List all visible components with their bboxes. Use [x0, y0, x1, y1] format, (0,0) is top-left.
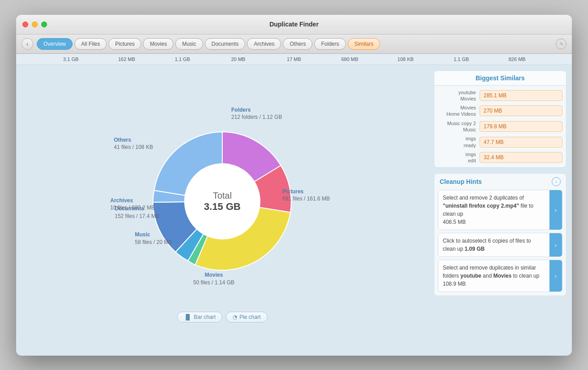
rss-button[interactable]: ∿ — [556, 39, 566, 49]
size-movies: 1.1 GB — [155, 57, 210, 62]
close-button[interactable] — [22, 22, 28, 27]
maximize-button[interactable] — [41, 22, 47, 27]
titlebar: Duplicate Finder — [16, 15, 572, 35]
tab-others[interactable]: Others — [283, 38, 312, 50]
traffic-lights — [22, 22, 47, 27]
label-pictures: Pictures 691 files / 161.6 MB — [282, 188, 330, 203]
bar-chart-icon: ▐▌ — [184, 314, 191, 320]
similar-bar-4[interactable]: 32.4 MB — [480, 152, 562, 163]
list-item: Movies Home Videos 270 MB — [438, 104, 562, 118]
hint-text-2: Select and remove duplicates in similar … — [438, 260, 549, 292]
size-music: 20 MB — [210, 57, 266, 62]
chart-buttons: ▐▌ Bar chart ◔ Pie chart — [177, 312, 267, 322]
size-similars: 826 MB — [489, 57, 545, 62]
list-item: imgs ready 47.7 MB — [438, 135, 562, 148]
tab-pictures[interactable]: Pictures — [108, 38, 141, 50]
tab-movies[interactable]: Movies — [143, 38, 173, 50]
hint-text-1: Click to autoselect 6 copies of files to… — [438, 233, 549, 257]
window-title: Duplicate Finder — [269, 21, 319, 28]
size-all-files: 3.1 GB — [43, 57, 99, 62]
similar-bar-2[interactable]: 179.8 MB — [480, 121, 562, 132]
hint-arrow-2[interactable]: › — [549, 260, 562, 292]
hint-text-0: Select and remove 2 duplicates of "unins… — [438, 190, 549, 230]
label-music: Music 58 files / 20 MB — [135, 231, 172, 246]
list-item: imgs edit 32.4 MB — [438, 151, 562, 164]
similar-label-1: Movies Home Videos — [438, 104, 476, 118]
list-item: Music copy 2 Music 179.8 MB — [438, 120, 562, 133]
pie-chart-button[interactable]: ◔ Pie chart — [226, 312, 267, 322]
similar-bar-3[interactable]: 47.7 MB — [480, 137, 562, 148]
toolbar: ‹ Overview All Files Pictures Movies Mus… — [16, 35, 572, 54]
main-content: Total 3.15 GB Folders 212 folders / 1.12… — [16, 65, 572, 356]
chart-area: Total 3.15 GB Folders 212 folders / 1.12… — [16, 65, 428, 356]
app-window: Duplicate Finder ‹ Overview All Files Pi… — [16, 15, 572, 356]
minimize-button[interactable] — [32, 22, 38, 27]
list-item: youtube Movies 285.1 MB — [438, 89, 562, 102]
tab-folders[interactable]: Folders — [314, 38, 346, 50]
similars-list: youtube Movies 285.1 MB Movies Home Vide… — [434, 86, 566, 168]
size-archives: 680 MB — [322, 57, 377, 62]
similar-bar-1[interactable]: 270 MB — [480, 105, 562, 116]
tab-similars[interactable]: Similars — [348, 38, 380, 50]
similar-label-0: youtube Movies — [438, 89, 476, 102]
label-others: Others 41 files / 108 KB — [114, 136, 153, 152]
cleanup-title: Cleanup Hints — [440, 178, 482, 185]
hint-arrow-0[interactable]: › — [549, 190, 562, 230]
hint-arrow-1[interactable]: › — [549, 233, 562, 257]
list-item: Select and remove 2 duplicates of "unins… — [438, 190, 562, 230]
right-panel: Biggest Similars youtube Movies 285.1 MB — [428, 65, 572, 356]
tab-overview[interactable]: Overview — [37, 38, 73, 50]
list-item: Select and remove duplicates in similar … — [438, 260, 562, 292]
cleanup-hints-header: Cleanup Hints › — [434, 174, 566, 190]
cleanup-hints-card: Cleanup Hints › Select and remove 2 dupl… — [434, 173, 566, 296]
size-folders: 1.1 GB — [433, 57, 489, 62]
sizes-row: 3.1 GB 162 MB 1.1 GB 20 MB 17 MB 680 MB … — [16, 54, 572, 65]
similar-bar-0[interactable]: 285.1 MB — [480, 90, 562, 101]
biggest-similars-title: Biggest Similars — [434, 71, 566, 86]
back-button[interactable]: ‹ — [22, 38, 33, 50]
label-movies: Movies 50 files / 1.14 GB — [193, 271, 234, 287]
label-archives: Archives 10 files / 680.2 MB — [110, 197, 155, 212]
back-icon: ‹ — [26, 40, 29, 48]
bar-chart-button[interactable]: ▐▌ Bar chart — [177, 312, 222, 322]
rss-icon: ∿ — [559, 41, 563, 47]
tab-music[interactable]: Music — [175, 38, 203, 50]
label-folders: Folders 212 folders / 1.12 GB — [231, 106, 282, 122]
size-others: 108 KB — [378, 57, 433, 62]
tab-documents[interactable]: Documents — [205, 38, 246, 50]
similar-label-2: Music copy 2 Music — [438, 120, 476, 133]
tab-all-files[interactable]: All Files — [74, 38, 107, 50]
size-pictures: 162 MB — [99, 57, 154, 62]
hint-list: Select and remove 2 duplicates of "unins… — [434, 190, 566, 296]
pie-chart-icon: ◔ — [233, 314, 237, 320]
biggest-similars-card: Biggest Similars youtube Movies 285.1 MB — [434, 70, 566, 168]
size-documents: 17 MB — [266, 57, 322, 62]
tab-archives[interactable]: Archives — [247, 38, 281, 50]
svg-point-0 — [184, 163, 260, 239]
similar-label-3: imgs ready — [438, 135, 476, 148]
cleanup-info-button[interactable]: › — [552, 177, 561, 186]
list-item: Click to autoselect 6 copies of files to… — [438, 233, 562, 257]
tab-bar: Overview All Files Pictures Movies Music… — [37, 38, 552, 50]
info-icon: › — [555, 179, 557, 184]
similar-label-4: imgs edit — [438, 151, 476, 164]
